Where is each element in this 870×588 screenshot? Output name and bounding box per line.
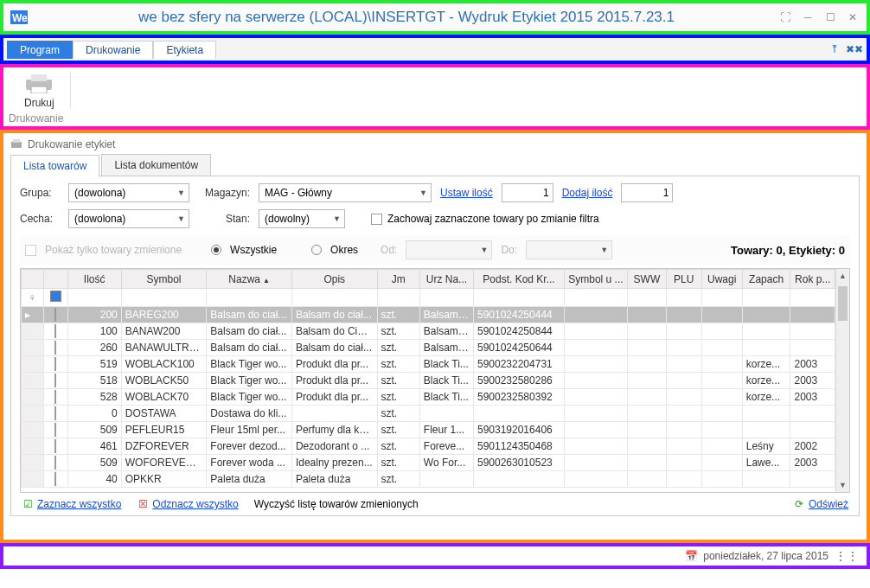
cecha-combo[interactable]: (dowolona) ▼ — [68, 209, 189, 228]
row-checkbox[interactable] — [54, 341, 56, 355]
scroll-down-icon[interactable]: ▼ — [836, 478, 849, 492]
svg-rect-4 — [31, 86, 47, 93]
col-zap[interactable]: Zapach — [742, 270, 790, 289]
row-indicator-header — [22, 270, 44, 289]
svg-rect-3 — [31, 74, 47, 81]
tools-icon[interactable]: ✖✖ — [846, 43, 863, 55]
table-row[interactable]: ▸200BAREG200Balsam do ciał...Balsam do c… — [22, 307, 835, 323]
row-checkbox[interactable] — [54, 456, 56, 470]
fullscreen-icon[interactable]: ⛶ — [778, 11, 792, 23]
ustaw-ilosc-input[interactable] — [502, 183, 553, 202]
resize-grip-icon[interactable]: ⋮⋮ — [835, 550, 860, 562]
col-jm[interactable]: Jm — [377, 270, 419, 289]
scroll-up-icon[interactable]: ▲ — [836, 269, 849, 283]
uncheck-all-icon: ☒ — [137, 498, 149, 510]
table-row[interactable]: 509PEFLEUR15Fleur 15ml per...Perfumy dla… — [22, 422, 835, 438]
tab-lista-dokumentow[interactable]: Lista dokumentów — [101, 154, 211, 176]
col-sww[interactable]: SWW — [627, 270, 666, 289]
col-rok[interactable]: Rok p... — [790, 270, 835, 289]
dodaj-ilosc-link[interactable]: Dodaj ilość — [562, 187, 613, 199]
filter-checkbox-icon[interactable] — [50, 291, 61, 302]
row-checkbox[interactable] — [54, 472, 56, 486]
checkbox-header[interactable] — [43, 270, 67, 289]
row-checkbox[interactable] — [54, 357, 56, 371]
row-checkbox[interactable] — [54, 390, 56, 404]
magazyn-combo[interactable]: MAG - Główny ▼ — [259, 183, 432, 202]
menu-program[interactable]: Program — [7, 41, 73, 59]
svg-text:We: We — [12, 12, 28, 24]
table-row[interactable]: 461DZFOREVERForever dezod...Dezodorant o… — [22, 438, 835, 455]
printer-small-icon — [10, 138, 22, 150]
table-row[interactable]: 40OPKKRPaleta dużaPaleta dużaszt. — [22, 471, 835, 488]
dodaj-ilosc-input[interactable] — [621, 183, 673, 202]
calendar-icon: 📅 — [685, 550, 698, 562]
deselect-all-action[interactable]: ☒ Odznacz wszystko — [137, 498, 238, 510]
refresh-label: Odśwież — [809, 498, 848, 510]
window-title: we bez sfery na serwerze (LOCAL)\INSERTG… — [35, 9, 778, 26]
check-all-icon: ☑ — [22, 498, 34, 510]
date-from-combo: ▼ — [406, 240, 492, 259]
table-row[interactable]: 260BANAWULTRA...Balsam do ciał...Balsam … — [22, 340, 835, 356]
ribbon-caption: Drukowanie — [9, 112, 861, 125]
row-checkbox[interactable] — [54, 308, 56, 322]
tab-lista-towarow[interactable]: Lista towarów — [10, 155, 99, 176]
radio-all-label: Wszystkie — [230, 244, 277, 256]
table-filter-row[interactable]: ♀ — [22, 289, 835, 307]
row-checkbox[interactable] — [54, 406, 56, 420]
row-checkbox[interactable] — [54, 374, 56, 387]
col-urz[interactable]: Urz Na... — [419, 270, 473, 289]
up-arrow-icon[interactable]: ⤒ — [830, 43, 839, 55]
inner-tabstrip: Lista towarów Lista dokumentów — [10, 154, 860, 176]
col-kod[interactable]: Podst. Kod Kr... — [473, 270, 564, 289]
deselect-all-label: Odznacz wszystko — [152, 498, 238, 510]
col-symu[interactable]: Symbol u ... — [565, 270, 628, 289]
ribbon-group-print: Drukuj — [9, 71, 71, 109]
vertical-scrollbar[interactable]: ▲ ▼ — [835, 269, 849, 492]
scroll-thumb[interactable] — [838, 286, 848, 321]
radio-period-label: Okres — [330, 244, 358, 256]
table-row[interactable]: 518WOBLACK50Black Tiger wo...Produkt dla… — [22, 373, 835, 389]
magazyn-label: Magazyn: — [198, 187, 250, 199]
radio-all[interactable] — [211, 245, 221, 255]
grupa-combo[interactable]: (dowolona) ▼ — [68, 183, 189, 202]
title-bar: We we bez sfery na serwerze (LOCAL)\INSE… — [0, 0, 870, 35]
row-checkbox[interactable] — [54, 423, 56, 437]
col-plu[interactable]: PLU — [666, 270, 701, 289]
close-icon[interactable]: ✕ — [846, 11, 860, 23]
stan-value: (dowolny) — [265, 213, 310, 225]
keep-selection-checkbox[interactable] — [371, 214, 382, 225]
maximize-icon[interactable]: ☐ — [823, 11, 837, 23]
stan-combo[interactable]: (dowolny) ▼ — [259, 209, 345, 228]
refresh-action[interactable]: ⟳ Odśwież — [793, 498, 848, 510]
from-label: Od: — [381, 244, 397, 256]
cecha-value: (dowolona) — [74, 213, 125, 225]
col-uw[interactable]: Uwagi — [701, 270, 742, 289]
row-checkbox[interactable] — [54, 324, 56, 338]
table-row[interactable]: 100BANAW200Balsam do ciał...Balsam do Ci… — [22, 323, 835, 340]
cecha-label: Cecha: — [20, 213, 60, 225]
col-opis[interactable]: Opis — [291, 270, 377, 289]
col-ilosc[interactable]: Ilość — [67, 270, 121, 289]
select-all-action[interactable]: ☑ Zaznacz wszystko — [22, 498, 121, 510]
table-row[interactable]: 0DOSTAWADostawa do kli...szt. — [22, 406, 835, 422]
magazyn-value: MAG - Główny — [265, 187, 332, 199]
ustaw-ilosc-link[interactable]: Ustaw ilość — [440, 187, 493, 199]
printer-icon[interactable] — [24, 74, 54, 93]
radio-period[interactable] — [311, 245, 322, 255]
products-table[interactable]: Ilość Symbol Nazwa▲ Opis Jm Urz Na... Po… — [21, 269, 835, 488]
col-nazwa[interactable]: Nazwa▲ — [207, 270, 292, 289]
col-symbol[interactable]: Symbol — [121, 270, 207, 289]
table-row[interactable]: 528WOBLACK70Black Tiger wo...Produkt dla… — [22, 389, 835, 406]
row-checkbox[interactable] — [54, 439, 56, 453]
clear-changed-action[interactable]: Wyczyść listę towarów zmienionych — [254, 498, 419, 510]
table-row[interactable]: 509WOFOREVER15OForever woda ...Idealny p… — [22, 455, 835, 471]
only-changed-label: Pokaż tylko towary zmienione — [45, 244, 182, 256]
print-button-label[interactable]: Drukuj — [24, 97, 54, 109]
svg-rect-5 — [11, 142, 22, 148]
stan-label: Stan: — [198, 213, 250, 225]
tab-body: Grupa: (dowolona) ▼ Magazyn: MAG - Główn… — [10, 176, 860, 516]
menu-etykieta[interactable]: Etykieta — [153, 41, 216, 59]
table-row[interactable]: 519WOBLACK100Black Tiger wo...Produkt dl… — [22, 356, 835, 373]
menu-drukowanie[interactable]: Drukowanie — [73, 41, 153, 59]
minimize-icon[interactable]: ─ — [801, 11, 815, 23]
